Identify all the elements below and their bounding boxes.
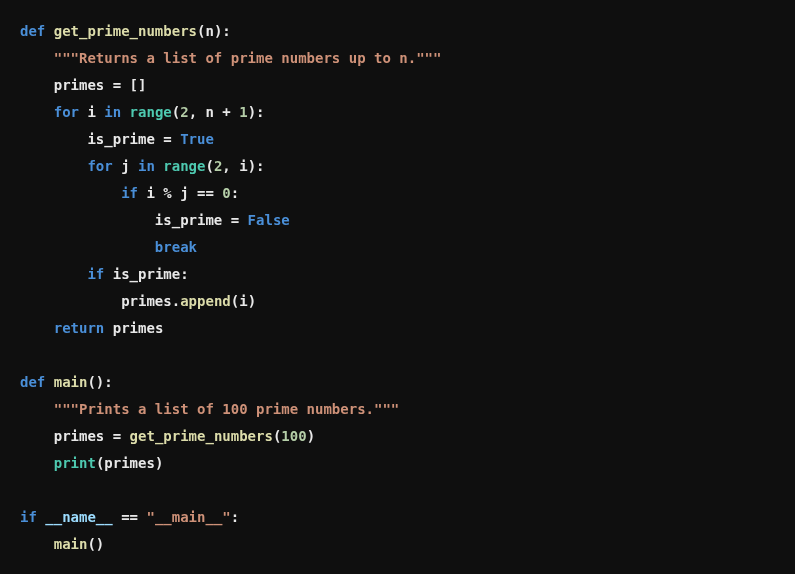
code-line: primes = get_prime_numbers(100) <box>20 423 775 450</box>
code-token <box>231 104 239 120</box>
code-token: is_prime <box>155 212 231 228</box>
code-token: primes <box>121 293 172 309</box>
code-token: i <box>239 293 247 309</box>
code-token: : <box>256 158 264 174</box>
code-token: def <box>20 23 54 39</box>
code-token: for <box>54 104 88 120</box>
code-token: is_prime <box>87 131 163 147</box>
code-token: : <box>222 23 230 39</box>
code-token: if <box>87 266 112 282</box>
code-token: j <box>121 158 138 174</box>
code-token: ( <box>172 104 180 120</box>
code-line <box>20 477 775 504</box>
code-token: [] <box>130 77 147 93</box>
code-token <box>121 428 129 444</box>
code-token: append <box>180 293 231 309</box>
code-token: i <box>239 158 247 174</box>
code-token: n <box>205 104 222 120</box>
code-line: break <box>20 234 775 261</box>
code-token: True <box>180 131 214 147</box>
code-token: j <box>180 185 197 201</box>
code-line: return primes <box>20 315 775 342</box>
code-line: is_prime = False <box>20 207 775 234</box>
code-token: ) <box>248 293 256 309</box>
code-token: in <box>138 158 163 174</box>
code-token: = <box>163 131 171 147</box>
code-line: is_prime = True <box>20 126 775 153</box>
code-token: primes <box>54 428 113 444</box>
code-token: primes <box>54 77 113 93</box>
code-line <box>20 342 775 369</box>
code-line: if i % j == 0: <box>20 180 775 207</box>
code-token: False <box>248 212 290 228</box>
code-token: , <box>222 158 239 174</box>
code-token: """Returns a list of prime numbers up to… <box>54 50 442 66</box>
code-token <box>121 77 129 93</box>
code-token: main <box>54 536 88 552</box>
code-token <box>172 185 180 201</box>
code-token: for <box>87 158 121 174</box>
code-token: def <box>20 374 54 390</box>
code-token: i <box>87 104 104 120</box>
code-line: def get_prime_numbers(n): <box>20 18 775 45</box>
code-token: in <box>104 104 129 120</box>
code-line: for i in range(2, n + 1): <box>20 99 775 126</box>
code-line: print(primes) <box>20 450 775 477</box>
code-token: is_prime <box>113 266 180 282</box>
code-token: + <box>222 104 230 120</box>
code-token: ) <box>307 428 315 444</box>
code-token: : <box>256 104 264 120</box>
code-token: = <box>113 428 121 444</box>
code-token: "__main__" <box>146 509 230 525</box>
code-token: () <box>87 374 104 390</box>
code-token: == <box>197 185 214 201</box>
code-token: i <box>146 185 163 201</box>
code-line: if is_prime: <box>20 261 775 288</box>
code-line: for j in range(2, i): <box>20 153 775 180</box>
code-token: : <box>231 185 239 201</box>
code-token: , <box>189 104 206 120</box>
code-token: . <box>172 293 180 309</box>
code-token: n <box>205 23 213 39</box>
code-token: = <box>231 212 239 228</box>
code-token: get_prime_numbers <box>54 23 197 39</box>
code-token: break <box>155 239 197 255</box>
code-token: ( <box>231 293 239 309</box>
code-token <box>239 212 247 228</box>
code-token: main <box>54 374 88 390</box>
code-line: primes.append(i) <box>20 288 775 315</box>
code-line: def main(): <box>20 369 775 396</box>
code-token: __name__ <box>45 509 121 525</box>
code-token: : <box>231 509 239 525</box>
code-token: """Prints a list of 100 prime numbers.""… <box>54 401 400 417</box>
code-line: """Prints a list of 100 prime numbers.""… <box>20 396 775 423</box>
code-token: : <box>180 266 188 282</box>
code-line: """Returns a list of prime numbers up to… <box>20 45 775 72</box>
code-token: primes <box>113 320 164 336</box>
code-token: % <box>163 185 171 201</box>
code-token: : <box>104 374 112 390</box>
code-token: 0 <box>222 185 230 201</box>
code-token <box>172 131 180 147</box>
code-token: range <box>163 158 205 174</box>
code-token: ) <box>155 455 163 471</box>
code-token: get_prime_numbers <box>130 428 273 444</box>
code-token: range <box>130 104 172 120</box>
code-token: ) <box>248 104 256 120</box>
code-token: ) <box>248 158 256 174</box>
code-token: () <box>87 536 104 552</box>
code-token: if <box>20 509 45 525</box>
code-line: primes = [] <box>20 72 775 99</box>
code-token: == <box>121 509 138 525</box>
code-token: ( <box>205 158 213 174</box>
code-token: print <box>54 455 96 471</box>
code-line: if __name__ == "__main__": <box>20 504 775 531</box>
code-token: = <box>113 77 121 93</box>
code-token: return <box>54 320 113 336</box>
code-token: if <box>121 185 146 201</box>
code-editor[interactable]: def get_prime_numbers(n): """Returns a l… <box>20 18 775 558</box>
code-token: 2 <box>180 104 188 120</box>
code-line: main() <box>20 531 775 558</box>
code-token: 100 <box>281 428 306 444</box>
code-token: primes <box>104 455 155 471</box>
